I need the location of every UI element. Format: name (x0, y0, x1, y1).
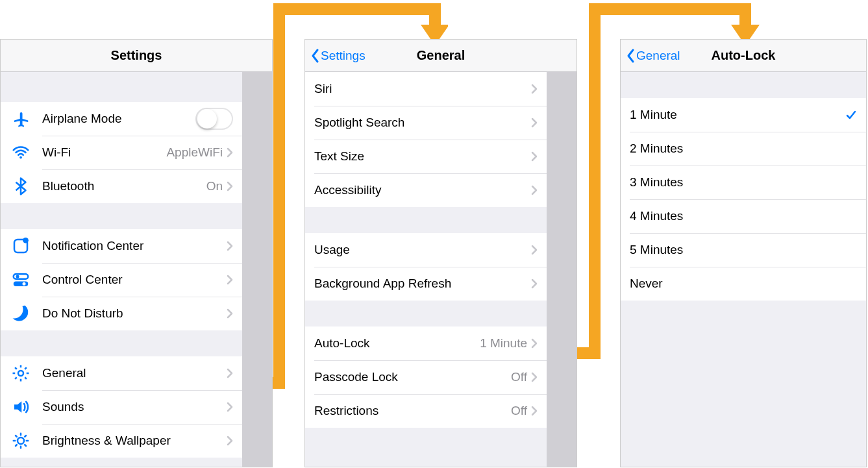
auto-lock-header: General Auto-Lock (621, 40, 866, 72)
general-label: General (42, 366, 227, 380)
chevron-right-icon (531, 406, 538, 416)
notification-center-row[interactable]: Notification Center (1, 229, 242, 263)
settings-group-3: General Sounds Brightness & Wallpaper (1, 356, 242, 458)
auto-lock-panel: General Auto-Lock 1 Minute 2 Minutes 3 M… (620, 39, 867, 467)
do-not-disturb-label: Do Not Disturb (42, 306, 227, 321)
auto-lock-value: 1 Minute (480, 336, 527, 351)
back-label: Settings (321, 49, 366, 63)
settings-header: Settings (1, 40, 272, 72)
text-size-label: Text Size (314, 149, 531, 164)
option-4-minutes[interactable]: 4 Minutes (621, 199, 866, 233)
general-panel: Settings General Siri Spotlight Search T… (304, 39, 577, 467)
restrictions-row[interactable]: Restrictions Off (305, 394, 547, 428)
general-group-3: Auto-Lock 1 Minute Passcode Lock Off Res… (305, 326, 547, 428)
settings-group-1: Airplane Mode Wi-Fi AppleWiFi Bluetooth … (1, 102, 242, 203)
passcode-lock-label: Passcode Lock (314, 370, 511, 384)
spotlight-search-label: Spotlight Search (314, 116, 531, 130)
bluetooth-value: On (206, 179, 223, 193)
wifi-row[interactable]: Wi-Fi AppleWiFi (1, 136, 242, 169)
accessibility-label: Accessibility (314, 183, 531, 197)
background-app-refresh-label: Background App Refresh (314, 277, 531, 291)
option-label: 1 Minute (630, 108, 845, 122)
chevron-right-icon (227, 402, 233, 412)
chevron-right-icon (227, 181, 233, 191)
general-header: Settings General (305, 40, 577, 72)
bluetooth-label: Bluetooth (42, 179, 206, 193)
restrictions-value: Off (511, 404, 527, 418)
option-label: 4 Minutes (630, 209, 857, 223)
chevron-right-icon (227, 147, 233, 158)
text-size-row[interactable]: Text Size (305, 140, 547, 173)
siri-row[interactable]: Siri (305, 72, 547, 106)
siri-label: Siri (314, 82, 531, 96)
sounds-label: Sounds (42, 400, 227, 414)
group-gap (305, 301, 577, 326)
sounds-icon (10, 396, 32, 418)
option-3-minutes[interactable]: 3 Minutes (621, 166, 866, 199)
control-center-icon (10, 269, 32, 291)
bluetooth-icon (10, 175, 32, 197)
svg-point-4 (23, 238, 29, 243)
usage-row[interactable]: Usage (305, 233, 547, 267)
passcode-lock-row[interactable]: Passcode Lock Off (305, 360, 547, 394)
restrictions-label: Restrictions (314, 404, 511, 418)
group-gap (1, 203, 272, 229)
chevron-right-icon (531, 84, 538, 94)
svg-rect-5 (14, 274, 29, 279)
option-label: 3 Minutes (630, 175, 857, 190)
bluetooth-row[interactable]: Bluetooth On (1, 169, 242, 203)
sounds-row[interactable]: Sounds (1, 390, 242, 424)
back-to-settings-button[interactable]: Settings (305, 48, 366, 64)
chevron-right-icon (531, 278, 538, 289)
option-label: 5 Minutes (630, 243, 857, 257)
svg-point-10 (18, 437, 24, 444)
settings-group-2: Notification Center Control Center Do No… (1, 229, 242, 330)
sidebar-shade (547, 40, 577, 467)
option-2-minutes[interactable]: 2 Minutes (621, 132, 866, 166)
chevron-left-icon (626, 48, 635, 64)
chevron-right-icon (531, 185, 538, 195)
sidebar-shade (242, 40, 272, 467)
option-label: 2 Minutes (630, 142, 857, 156)
brightness-wallpaper-row[interactable]: Brightness & Wallpaper (1, 424, 242, 458)
option-1-minute[interactable]: 1 Minute (621, 98, 866, 132)
accessibility-row[interactable]: Accessibility (305, 173, 547, 207)
chevron-right-icon (531, 245, 538, 255)
brightness-wallpaper-label: Brightness & Wallpaper (42, 434, 227, 448)
control-center-label: Control Center (42, 273, 227, 287)
settings-title: Settings (1, 48, 272, 63)
general-group-2: Usage Background App Refresh (305, 233, 547, 301)
airplane-mode-toggle[interactable] (195, 108, 233, 130)
option-5-minutes[interactable]: 5 Minutes (621, 233, 866, 267)
auto-lock-options: 1 Minute 2 Minutes 3 Minutes 4 Minutes 5… (621, 98, 866, 301)
do-not-disturb-row[interactable]: Do Not Disturb (1, 297, 242, 330)
svg-point-2 (19, 156, 22, 159)
group-gap (621, 72, 866, 98)
usage-label: Usage (314, 243, 531, 257)
control-center-row[interactable]: Control Center (1, 263, 242, 297)
passcode-lock-value: Off (511, 370, 527, 384)
auto-lock-label: Auto-Lock (314, 336, 480, 351)
background-app-refresh-row[interactable]: Background App Refresh (305, 267, 547, 301)
airplane-mode-row[interactable]: Airplane Mode (1, 102, 242, 136)
general-row[interactable]: General (1, 356, 242, 390)
back-to-general-button[interactable]: General (621, 48, 680, 64)
svg-point-8 (23, 282, 26, 286)
spotlight-search-row[interactable]: Spotlight Search (305, 106, 547, 140)
svg-point-6 (16, 275, 19, 278)
chevron-right-icon (531, 338, 538, 349)
notification-center-label: Notification Center (42, 239, 227, 253)
chevron-right-icon (227, 436, 233, 446)
chevron-right-icon (227, 308, 233, 319)
chevron-right-icon (531, 117, 538, 128)
gear-icon (10, 362, 32, 384)
brightness-icon (10, 430, 32, 452)
option-never[interactable]: Never (621, 267, 866, 301)
do-not-disturb-icon (10, 302, 32, 325)
auto-lock-row[interactable]: Auto-Lock 1 Minute (305, 326, 547, 360)
chevron-right-icon (531, 151, 538, 162)
airplane-icon (10, 108, 32, 130)
svg-point-9 (18, 371, 23, 376)
chevron-left-icon (310, 48, 319, 64)
chevron-right-icon (227, 368, 233, 378)
